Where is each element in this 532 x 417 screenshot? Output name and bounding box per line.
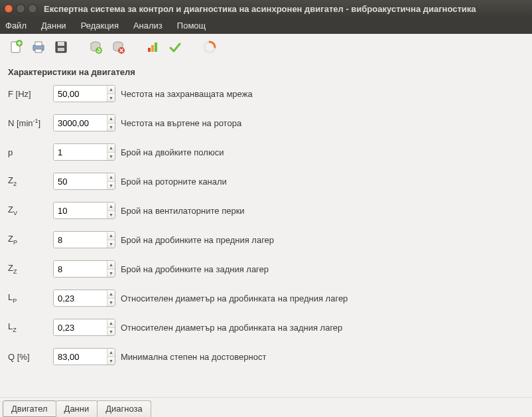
tab-data[interactable]: Данни	[56, 400, 98, 417]
spin-up-f[interactable]: ▲	[107, 86, 115, 94]
svg-point-9	[96, 47, 102, 54]
save-icon[interactable]	[52, 38, 70, 56]
titlebar: Експертна система за контрол и диагности…	[0, 0, 532, 17]
new-doc-icon[interactable]	[7, 38, 25, 56]
field-row-zp: ZP▲▼Брой на дробинките на предния лагер	[8, 231, 524, 248]
loader-icon[interactable]	[200, 38, 219, 56]
spin-down-zz[interactable]: ▼	[107, 270, 115, 278]
field-label-lz: LZ	[8, 321, 48, 333]
menubar: Файл Данни Редакция Анализ Помощ	[0, 17, 532, 34]
toolbar	[0, 34, 532, 60]
spin-up-lp[interactable]: ▲	[107, 290, 115, 299]
spinner-zz[interactable]: ▲▼	[53, 260, 115, 278]
tab-engine[interactable]: Двигател	[3, 400, 56, 417]
field-row-zz: ZZ▲▼Брой на дробинките на задния лагер	[8, 260, 524, 278]
spin-down-lz[interactable]: ▼	[107, 328, 115, 336]
spin-down-q[interactable]: ▼	[107, 357, 115, 365]
spin-up-p[interactable]: ▲	[107, 144, 115, 153]
svg-rect-12	[148, 48, 151, 52]
field-row-f: F [Hz]▲▼Честота на захранващата мрежа	[8, 85, 524, 102]
content-area: Характеристики на двигателя F [Hz]▲▼Чест…	[0, 60, 532, 397]
field-desc-n: Честота на въртене на ротора	[121, 118, 241, 128]
field-desc-f: Честота на захранващата мрежа	[121, 89, 253, 99]
input-zv[interactable]	[54, 203, 107, 218]
field-label-zp: ZP	[8, 234, 48, 246]
check-icon[interactable]	[166, 38, 184, 56]
spin-down-zv[interactable]: ▼	[107, 211, 115, 219]
field-label-f: F [Hz]	[8, 89, 48, 99]
spin-down-z2[interactable]: ▼	[107, 182, 115, 190]
spinner-p[interactable]: ▲▼	[53, 143, 115, 161]
spinner-n[interactable]: ▲▼	[53, 114, 115, 131]
close-icon[interactable]	[4, 4, 13, 13]
chart-icon[interactable]	[143, 38, 162, 56]
svg-rect-4	[35, 49, 42, 52]
field-desc-lp: Относителен диаметър на дробинката на пр…	[121, 293, 348, 303]
svg-rect-7	[58, 48, 64, 51]
input-zp[interactable]	[54, 232, 107, 248]
field-row-n: N [min-1]▲▼Честота на въртене на ротора	[8, 114, 524, 131]
tab-diag[interactable]: Диагноза	[97, 400, 151, 417]
spin-up-n[interactable]: ▲	[107, 115, 115, 124]
input-q[interactable]	[54, 349, 107, 365]
field-label-lp: LP	[8, 292, 48, 304]
spin-down-f[interactable]: ▼	[107, 94, 115, 102]
maximize-icon[interactable]	[28, 4, 37, 13]
spinner-f[interactable]: ▲▼	[53, 85, 115, 102]
minimize-icon[interactable]	[16, 4, 25, 13]
field-label-zv: ZV	[8, 205, 48, 216]
field-label-p: p	[8, 147, 48, 157]
input-zz[interactable]	[54, 261, 107, 277]
menu-edit[interactable]: Редакция	[81, 21, 119, 31]
input-p[interactable]	[54, 144, 107, 160]
menu-analysis[interactable]: Анализ	[133, 21, 163, 31]
field-row-z2: Z2▲▼Брой на роторните канали	[8, 173, 524, 190]
window-title: Експертна система за контрол и диагности…	[44, 4, 476, 14]
input-n[interactable]	[54, 115, 107, 131]
spinner-lz[interactable]: ▲▼	[53, 319, 115, 336]
window-controls	[4, 4, 37, 13]
field-label-zz: ZZ	[8, 263, 48, 275]
spinner-z2[interactable]: ▲▼	[53, 173, 115, 190]
input-z2[interactable]	[54, 173, 107, 189]
svg-rect-6	[58, 42, 64, 46]
db-delete-icon[interactable]	[109, 38, 127, 56]
menu-file[interactable]: Файл	[5, 21, 27, 31]
spin-down-n[interactable]: ▼	[107, 124, 115, 131]
db-refresh-icon[interactable]	[86, 38, 105, 56]
spin-up-z2[interactable]: ▲	[107, 173, 115, 182]
field-desc-lz: Относителен диаметър на дробинката на за…	[121, 323, 342, 333]
spin-down-zp[interactable]: ▼	[107, 240, 115, 248]
spin-up-zz[interactable]: ▲	[107, 261, 115, 270]
input-lz[interactable]	[54, 319, 107, 335]
input-f[interactable]	[54, 86, 107, 102]
field-row-lz: LZ▲▼Относителен диаметър на дробинката н…	[8, 319, 524, 336]
field-row-lp: LP▲▼Относителен диаметър на дробинката н…	[8, 290, 524, 307]
field-label-q: Q [%]	[8, 352, 48, 362]
spinner-zp[interactable]: ▲▼	[53, 231, 115, 248]
bottom-tabs: ДвигателДанниДиагноза	[0, 397, 532, 417]
field-label-n: N [min-1]	[8, 118, 48, 128]
menu-help[interactable]: Помощ	[177, 21, 206, 31]
spin-up-zp[interactable]: ▲	[107, 232, 115, 240]
spin-up-zv[interactable]: ▲	[107, 203, 115, 211]
menu-data[interactable]: Данни	[41, 21, 66, 31]
spin-down-p[interactable]: ▼	[107, 153, 115, 161]
spin-up-q[interactable]: ▲	[107, 349, 115, 357]
print-icon[interactable]	[29, 38, 48, 56]
spinner-lp[interactable]: ▲▼	[53, 290, 115, 307]
field-desc-q: Минимална степен на достоверност	[121, 352, 266, 362]
svg-rect-3	[35, 42, 42, 46]
spin-up-lz[interactable]: ▲	[107, 319, 115, 328]
field-desc-zp: Брой на дробинките на предния лагер	[121, 235, 274, 245]
field-label-z2: Z2	[8, 175, 48, 187]
spinner-q[interactable]: ▲▼	[53, 348, 115, 365]
spinner-zv[interactable]: ▲▼	[53, 202, 115, 219]
input-lp[interactable]	[54, 290, 107, 306]
field-row-zv: ZV▲▼Брой на вентилаторните перки	[8, 202, 524, 219]
field-row-p: p▲▼Брой на двойките полюси	[8, 143, 524, 161]
spin-down-lp[interactable]: ▼	[107, 299, 115, 307]
field-desc-zv: Брой на вентилаторните перки	[121, 206, 245, 216]
field-desc-z2: Брой на роторните канали	[121, 177, 227, 187]
fields-container: F [Hz]▲▼Честота на захранващата мрежаN […	[8, 85, 524, 365]
